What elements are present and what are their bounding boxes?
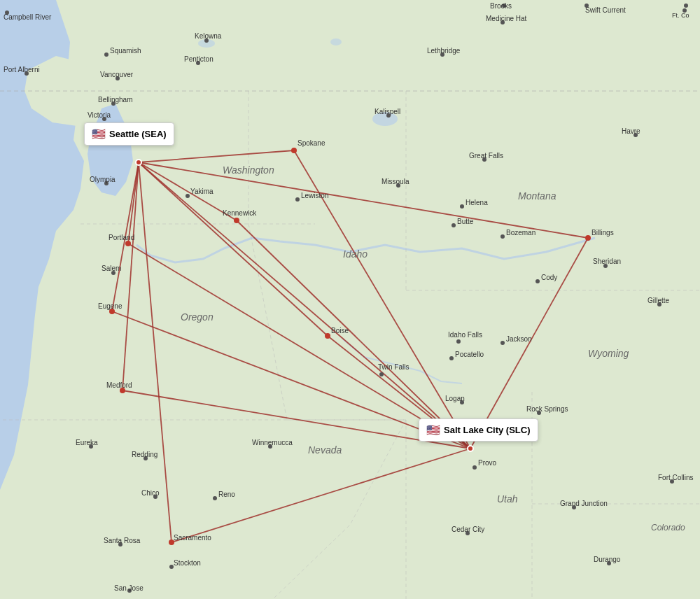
svg-point-90 [118, 542, 122, 547]
svg-text:Swift Current: Swift Current [585, 6, 626, 14]
svg-line-26 [112, 162, 139, 311]
svg-text:Nevada: Nevada [308, 444, 342, 456]
svg-point-100 [603, 264, 608, 268]
svg-point-74 [472, 465, 477, 470]
svg-text:Medicine Hat: Medicine Hat [486, 15, 527, 22]
svg-point-62 [186, 194, 190, 198]
svg-point-108 [500, 234, 505, 239]
svg-text:Cedar City: Cedar City [451, 526, 484, 533]
svg-text:Great Falls: Great Falls [469, 152, 503, 160]
seattle-airport-label: 🇺🇸 Seattle (SEA) [84, 122, 174, 146]
svg-point-84 [213, 496, 217, 500]
svg-point-147 [670, 479, 674, 484]
svg-point-50 [111, 271, 115, 275]
svg-line-8 [248, 224, 287, 420]
svg-text:Montana: Montana [518, 190, 556, 202]
svg-text:Boise: Boise [331, 327, 349, 334]
svg-text:Logan: Logan [445, 395, 465, 402]
svg-line-28 [122, 162, 139, 390]
svg-text:Victoria: Victoria [88, 111, 111, 119]
svg-text:Lethbridge: Lethbridge [427, 47, 461, 55]
svg-line-21 [237, 220, 470, 449]
svg-text:Penticton: Penticton [184, 55, 214, 63]
seattle-label-text: Seattle (SEA) [109, 129, 167, 139]
svg-text:Idaho Falls: Idaho Falls [448, 331, 482, 339]
svg-text:Washington: Washington [223, 164, 274, 176]
svg-text:Stockton: Stockton [174, 559, 201, 567]
svg-text:Chico: Chico [141, 489, 160, 497]
svg-point-52 [109, 309, 115, 314]
svg-point-122 [502, 3, 506, 8]
svg-text:Eugene: Eugene [98, 302, 122, 310]
svg-text:Kelowna: Kelowna [195, 32, 222, 40]
svg-line-18 [139, 150, 294, 162]
svg-point-44 [234, 218, 239, 223]
svg-text:Durango: Durango [594, 556, 621, 563]
svg-point-56 [169, 540, 174, 545]
svg-line-20 [139, 162, 237, 220]
svg-point-94 [127, 589, 132, 593]
svg-point-60 [104, 181, 108, 185]
svg-text:Cody: Cody [541, 274, 557, 281]
svg-point-54 [120, 388, 125, 393]
svg-text:Wyoming: Wyoming [588, 348, 629, 359]
svg-point-114 [634, 133, 638, 137]
svg-text:Pocatello: Pocatello [455, 351, 484, 358]
svg-text:Twin Falls: Twin Falls [378, 363, 409, 371]
svg-text:Santa Rosa: Santa Rosa [104, 537, 141, 544]
svg-point-96 [89, 444, 93, 449]
us-flag-slc: 🇺🇸 [426, 423, 440, 437]
svg-text:Redding: Redding [132, 451, 158, 458]
svg-point-104 [460, 204, 464, 209]
svg-point-68 [449, 356, 454, 360]
svg-text:Butte: Butte [457, 218, 474, 225]
svg-text:Gillette: Gillette [648, 297, 670, 304]
svg-point-78 [572, 505, 576, 509]
svg-text:Bellingham: Bellingham [98, 96, 132, 104]
svg-line-17 [139, 162, 470, 449]
svg-point-120 [440, 52, 444, 57]
svg-point-46 [325, 333, 330, 339]
svg-point-76 [537, 411, 541, 415]
svg-point-112 [482, 157, 486, 162]
seattle-airport-dot [135, 159, 142, 166]
svg-text:Billings: Billings [592, 229, 614, 237]
svg-point-102 [657, 302, 662, 306]
svg-text:Yakima: Yakima [190, 188, 214, 195]
svg-text:Squamish: Squamish [110, 47, 141, 55]
svg-point-149 [682, 8, 687, 13]
svg-point-86 [144, 456, 148, 460]
svg-line-31 [172, 449, 470, 542]
svg-point-116 [386, 113, 391, 118]
svg-line-25 [128, 244, 470, 449]
svg-text:Utah: Utah [497, 493, 518, 505]
svg-point-118 [500, 20, 505, 24]
svg-text:Helena: Helena [465, 199, 488, 206]
svg-text:Jackson: Jackson [506, 335, 532, 343]
svg-point-143 [295, 197, 300, 202]
svg-point-135 [115, 76, 120, 80]
slc-airport-label: 🇺🇸 Salt Lake City (SLC) [419, 418, 538, 442]
svg-point-106 [451, 223, 456, 227]
svg-text:Reno: Reno [218, 491, 235, 498]
svg-text:Grand Junction: Grand Junction [560, 500, 608, 507]
svg-point-42 [291, 148, 297, 153]
svg-text:Kennewick: Kennewick [223, 209, 257, 217]
svg-point-110 [396, 183, 400, 188]
svg-text:Portland: Portland [108, 234, 134, 241]
svg-point-66 [456, 339, 461, 344]
svg-point-92 [169, 565, 174, 569]
svg-text:Eureka: Eureka [76, 439, 98, 446]
slc-label-text: Salt Lake City (SLC) [444, 425, 531, 435]
svg-text:Colorado: Colorado [651, 523, 685, 533]
svg-line-19 [294, 150, 470, 449]
svg-point-2 [330, 38, 342, 45]
svg-line-24 [128, 162, 139, 244]
svg-point-70 [500, 341, 505, 345]
slc-airport-dot [467, 445, 474, 452]
svg-text:Bozeman: Bozeman [506, 229, 536, 237]
svg-point-80 [465, 531, 470, 535]
svg-point-72 [460, 400, 464, 404]
svg-text:Sacramento: Sacramento [174, 534, 211, 542]
svg-line-22 [139, 162, 328, 336]
